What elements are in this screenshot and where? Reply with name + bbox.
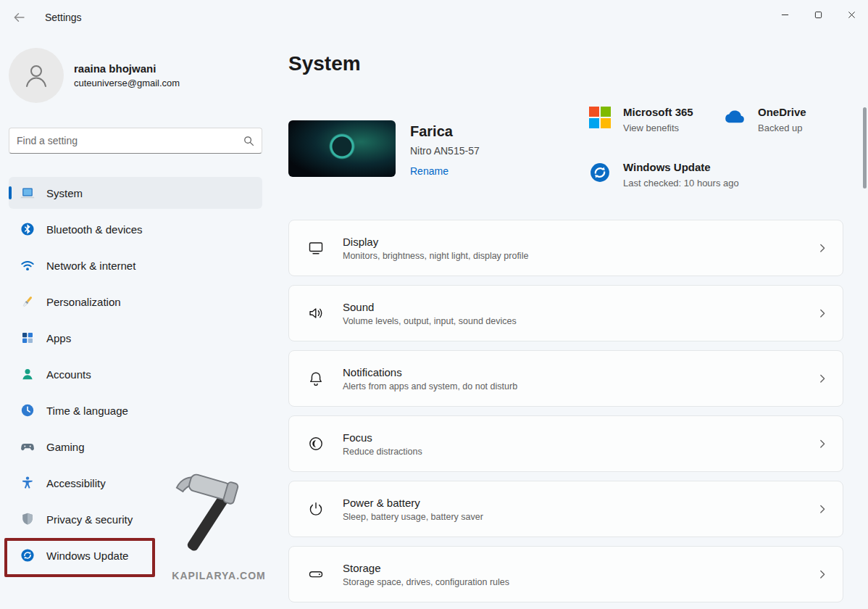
maximize-icon [814,11,822,19]
card-notifications[interactable]: Notifications Alerts from apps and syste… [288,350,843,407]
device-name: Farica [410,123,453,140]
card-title: Display [343,236,817,248]
controller-icon [20,439,35,454]
minimize-button[interactable] [768,0,801,29]
selected-indicator [9,186,12,199]
scrollbar[interactable] [863,107,867,188]
notifications-bell-icon [306,369,325,388]
sidebar-item-label: Accessibility [46,477,106,489]
onedrive-cloud-icon [723,106,746,129]
status-microsoft-365[interactable]: Microsoft 365 View benefits [588,106,693,133]
device-wallpaper-thumbnail [288,120,396,177]
person-icon [20,367,35,381]
card-sound[interactable]: Sound Volume levels, output, input, soun… [288,285,843,341]
status-title: OneDrive [758,106,806,118]
person-avatar-icon [22,61,51,90]
sound-speaker-icon [306,304,325,323]
display-icon [306,239,325,257]
status-subtitle: View benefits [623,123,693,133]
watermark: KAPILARYA.COM [161,471,277,581]
sidebar-item-label: Apps [46,332,71,344]
chevron-right-icon [817,568,828,580]
chevron-right-icon [817,438,828,450]
sidebar-item-label: Accounts [46,368,91,381]
card-display[interactable]: Display Monitors, brightness, night ligh… [288,220,843,276]
chevron-right-icon [817,307,828,319]
chevron-right-icon [817,373,828,384]
chevron-right-icon [817,242,828,254]
status-title: Microsoft 365 [623,106,693,118]
microsoft-365-icon [588,106,612,129]
storage-drive-icon [306,565,325,584]
focus-crescent-icon [306,434,325,453]
card-title: Power & battery [343,497,817,509]
sidebar-item-system[interactable]: System [9,177,262,209]
rename-link[interactable]: Rename [410,165,448,177]
search-box[interactable] [9,128,262,154]
maximize-button[interactable] [801,0,835,29]
sidebar-item-label: Network & internet [46,260,135,272]
back-button[interactable] [4,4,33,30]
wifi-icon [20,258,35,273]
card-title: Notifications [343,366,817,378]
status-onedrive[interactable]: OneDrive Backed up [723,106,806,133]
sidebar-item-network-internet[interactable]: Network & internet [9,249,262,281]
sidebar-item-label: Personalization [46,296,121,308]
titlebar: Settings [0,0,868,35]
sidebar-item-label: Gaming [46,441,85,453]
status-subtitle: Last checked: 10 hours ago [623,178,739,188]
user-name: raaina bhojwani [74,62,180,75]
user-profile[interactable]: raaina bhojwani cuteuniverse@gmail.com [9,48,180,103]
close-icon [848,11,856,19]
card-subtitle: Monitors, brightness, night light, displ… [343,251,817,261]
sidebar-item-label: Windows Update [46,550,128,562]
chevron-right-icon [817,503,828,515]
sidebar-item-apps[interactable]: Apps [9,322,262,354]
paintbrush-icon [20,294,35,309]
card-subtitle: Reduce distractions [343,447,817,457]
status-windows-update[interactable]: Windows Update Last checked: 10 hours ag… [588,161,739,188]
apps-grid-icon [20,331,35,345]
card-title: Sound [343,301,817,313]
sidebar-item-label: System [46,187,83,199]
card-title: Storage [343,562,817,574]
sidebar-item-time-language[interactable]: Time & language [9,394,262,426]
card-power-battery[interactable]: Power & battery Sleep, battery usage, ba… [288,481,843,537]
card-subtitle: Storage space, drives, configuration rul… [343,577,817,587]
accessibility-icon [20,476,35,490]
bluetooth-icon [20,222,35,236]
power-icon [306,500,325,518]
sidebar-item-personalization[interactable]: Personalization [9,286,262,318]
search-icon[interactable] [243,136,254,146]
shield-icon [20,512,35,526]
search-input[interactable] [17,135,243,146]
sidebar-item-label: Privacy & security [46,513,133,526]
sidebar-item-gaming[interactable]: Gaming [9,431,262,463]
clock-icon [20,403,35,418]
hammer-icon [172,471,266,566]
back-arrow-icon [13,12,25,23]
card-subtitle: Sleep, battery usage, battery saver [343,512,817,522]
status-subtitle: Backed up [758,123,806,133]
device-model: Nitro AN515-57 [410,145,480,157]
sidebar-item-accounts[interactable]: Accounts [9,358,262,390]
page-title: System [288,52,361,75]
close-button[interactable] [835,0,868,29]
minimize-icon [781,11,789,19]
card-focus[interactable]: Focus Reduce distractions [288,415,843,472]
sidebar-item-label: Time & language [46,405,128,417]
window-title: Settings [45,12,82,23]
card-title: Focus [343,431,817,444]
sidebar-item-label: Bluetooth & devices [46,223,143,236]
card-subtitle: Volume levels, output, input, sound devi… [343,316,817,326]
card-storage[interactable]: Storage Storage space, drives, configura… [288,546,843,602]
watermark-text: KAPILARYA.COM [161,570,277,581]
window-controls [768,0,868,29]
sync-icon [20,548,35,563]
sidebar-item-bluetooth-devices[interactable]: Bluetooth & devices [9,213,262,245]
card-subtitle: Alerts from apps and system, do not dist… [343,381,817,392]
system-icon [20,186,35,200]
status-title: Windows Update [623,161,739,173]
main-content: System Farica Nitro AN515-57 Rename Micr… [288,35,868,609]
avatar [9,48,64,103]
